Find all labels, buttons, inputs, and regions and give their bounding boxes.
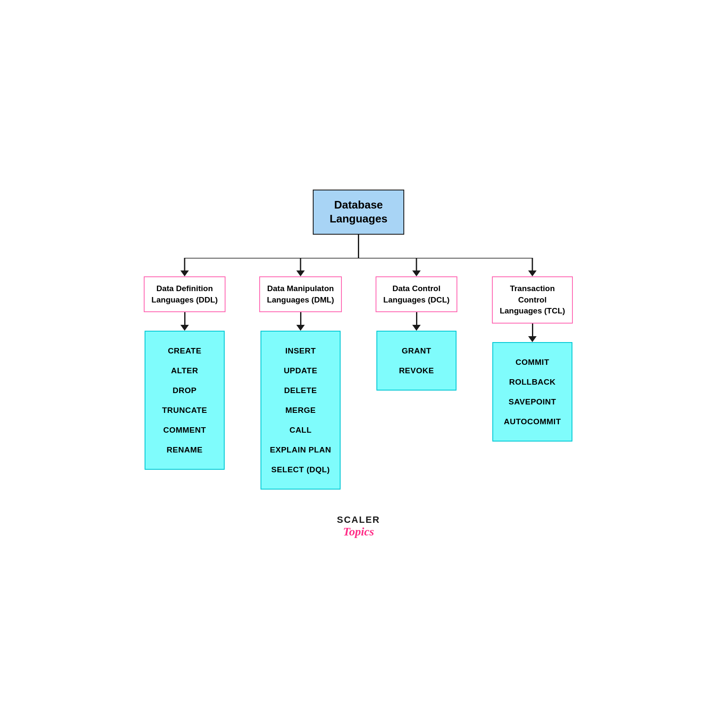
dml-item-merge: MERGE	[270, 400, 331, 420]
v-line-dml	[300, 312, 301, 325]
dml-item-explain: EXPLAIN PLAN	[270, 440, 331, 460]
content-dml: INSERT UPDATE DELETE MERGE CALL EXPLAIN …	[260, 331, 341, 490]
brand-scaler: SCALER	[337, 515, 380, 525]
tcl-item-savepoint: SAVEPOINT	[502, 392, 563, 412]
v-line-ddl	[184, 312, 185, 325]
arrow-tcl	[528, 270, 537, 276]
arrow-dcl-2	[412, 325, 421, 331]
cat-connector-dcl	[412, 312, 421, 331]
ddl-item-alter: ALTER	[154, 361, 215, 380]
ddl-item-comment: COMMENT	[154, 420, 215, 440]
dml-item-insert: INSERT	[270, 341, 331, 361]
cat-connector-ddl	[180, 312, 189, 331]
column-ddl: Data DefinitionLanguages (DDL) CREATE AL…	[127, 270, 243, 470]
ddl-item-create: CREATE	[154, 341, 215, 361]
column-dcl: Data ControlLanguages (DCL) GRANT REVOKE	[359, 270, 475, 391]
tcl-item-rollback: ROLLBACK	[502, 372, 563, 392]
columns-row: Data DefinitionLanguages (DDL) CREATE AL…	[127, 270, 591, 490]
root-node: DatabaseLanguages	[313, 190, 404, 235]
cat-connector-tcl	[528, 324, 537, 342]
cat-connector-dml	[296, 312, 305, 331]
dml-item-update: UPDATE	[270, 361, 331, 380]
dml-item-select: SELECT (DQL)	[270, 460, 331, 479]
v-line-dcl	[416, 312, 417, 325]
column-dml: Data ManipulatonLanguages (DML) INSERT U…	[243, 270, 359, 490]
category-dcl: Data ControlLanguages (DCL)	[376, 276, 457, 312]
content-ddl: CREATE ALTER DROP TRUNCATE COMMENT RENAM…	[145, 331, 225, 470]
root-connector	[358, 235, 359, 258]
arrow-dml	[296, 270, 305, 276]
category-dml: Data ManipulatonLanguages (DML)	[259, 276, 341, 312]
ddl-item-rename: RENAME	[154, 440, 215, 460]
arrow-ddl-2	[180, 325, 189, 331]
ddl-item-truncate: TRUNCATE	[154, 400, 215, 420]
column-tcl: TransactionControlLanguages (TCL) COMMIT…	[475, 270, 591, 442]
dcl-item-grant: GRANT	[386, 341, 447, 361]
category-tcl: TransactionControlLanguages (TCL)	[492, 276, 572, 324]
branch-connector-svg	[127, 258, 591, 270]
content-tcl: COMMIT ROLLBACK SAVEPOINT AUTOCOMMIT	[492, 342, 572, 442]
tcl-item-autocommit: AUTOCOMMIT	[502, 412, 563, 431]
tcl-item-commit: COMMIT	[502, 352, 563, 372]
dcl-item-revoke: REVOKE	[386, 361, 447, 380]
brand-topics: Topics	[337, 525, 380, 538]
arrow-tcl-2	[528, 336, 537, 342]
dml-item-call: CALL	[270, 420, 331, 440]
category-ddl: Data DefinitionLanguages (DDL)	[144, 276, 225, 312]
content-dcl: GRANT REVOKE	[376, 331, 457, 391]
footer: SCALER Topics	[337, 515, 380, 538]
diagram-container: DatabaseLanguages Data DefinitionLanguag…	[127, 190, 591, 539]
v-line-tcl	[532, 324, 533, 336]
arrow-dml-2	[296, 325, 305, 331]
arrow-ddl	[180, 270, 189, 276]
ddl-item-drop: DROP	[154, 380, 215, 400]
dml-item-delete: DELETE	[270, 380, 331, 400]
arrow-dcl	[412, 270, 421, 276]
